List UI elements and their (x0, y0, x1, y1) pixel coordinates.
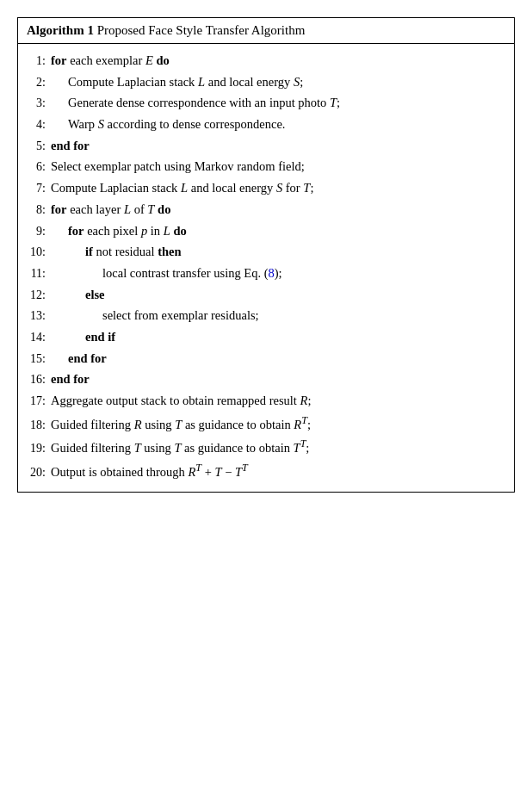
algo-line: 10:if not residual then (27, 242, 505, 262)
line-content: end for (51, 369, 505, 388)
line-content: end if (51, 327, 505, 346)
line-content: for each layer L of T do (51, 200, 505, 219)
algo-line: 16:end for (27, 369, 505, 389)
line-content: Guided filtering R using T as guidance t… (51, 412, 505, 434)
algorithm-box: Algorithm 1 Proposed Face Style Transfer… (17, 17, 515, 493)
line-content: Guided filtering T using T as guidance t… (51, 436, 505, 457)
algo-line: 15:end for (27, 349, 505, 369)
algo-line: 14:end if (27, 327, 505, 347)
line-number: 7: (27, 179, 51, 198)
algo-line: 1:for each exemplar E do (27, 51, 505, 71)
algo-line: 11:local contrast transfer using Eq. (8)… (27, 264, 505, 283)
algo-line: 17:Aggregate output stack to obtain rema… (27, 391, 505, 411)
line-number: 11: (27, 264, 51, 283)
algorithm-title: Algorithm 1 Proposed Face Style Transfer… (27, 23, 305, 37)
algo-title-text: Proposed Face Style Transfer Algorithm (97, 23, 306, 37)
algo-line: 3:Generate dense correspondence with an … (27, 93, 505, 113)
line-number: 16: (27, 370, 51, 389)
line-number: 17: (27, 392, 51, 411)
algorithm-body: 1:for each exemplar E do2:Compute Laplac… (18, 44, 514, 492)
algo-line: 20:Output is obtained through RT + T − T… (27, 460, 505, 482)
line-content: Compute Laplacian stack L and local ener… (51, 178, 505, 197)
algo-label: Algorithm 1 (27, 23, 94, 37)
line-content: Generate dense correspondence with an in… (51, 93, 505, 112)
algo-line: 13:select from exemplar residuals; (27, 306, 505, 326)
line-content: else (51, 285, 505, 304)
line-number: 8: (27, 201, 51, 220)
line-content: end for (51, 136, 505, 155)
line-number: 12: (27, 286, 51, 305)
algo-line: 6:Select exemplar patch using Markov ran… (27, 157, 505, 177)
line-number: 10: (27, 243, 51, 262)
line-number: 5: (27, 137, 51, 156)
line-number: 4: (27, 115, 51, 134)
line-content: Select exemplar patch using Markov rando… (51, 157, 505, 176)
line-number: 20: (27, 463, 51, 482)
line-number: 6: (27, 158, 51, 177)
line-number: 19: (27, 439, 51, 458)
algo-line: 7:Compute Laplacian stack L and local en… (27, 178, 505, 198)
line-content: Warp S according to dense correspondence… (51, 115, 505, 133)
line-number: 13: (27, 307, 51, 326)
algo-line: 18:Guided filtering R using T as guidanc… (27, 412, 505, 435)
line-content: local contrast transfer using Eq. (8); (51, 264, 505, 282)
line-content: Aggregate output stack to obtain remappe… (51, 391, 505, 410)
line-number: 15: (27, 350, 51, 369)
line-content: for each exemplar E do (51, 51, 505, 70)
algo-line: 19:Guided filtering T using T as guidanc… (27, 436, 505, 458)
algo-line: 8:for each layer L of T do (27, 200, 505, 220)
line-content: if not residual then (51, 242, 505, 261)
line-number: 14: (27, 328, 51, 347)
algo-line: 2:Compute Laplacian stack L and local en… (27, 72, 505, 92)
line-content: select from exemplar residuals; (51, 306, 505, 325)
line-number: 18: (27, 416, 51, 435)
algo-line: 5:end for (27, 136, 505, 156)
line-number: 1: (27, 52, 51, 71)
algorithm-header: Algorithm 1 Proposed Face Style Transfer… (18, 18, 514, 44)
line-number: 3: (27, 94, 51, 113)
algo-line: 9:for each pixel p in L do (27, 221, 505, 241)
line-content: Compute Laplacian stack L and local ener… (51, 72, 505, 91)
line-number: 2: (27, 73, 51, 92)
line-number: 9: (27, 222, 51, 241)
line-content: for each pixel p in L do (51, 221, 505, 240)
algo-line: 12:else (27, 285, 505, 305)
algo-line: 4:Warp S according to dense corresponden… (27, 115, 505, 134)
line-content: end for (51, 349, 505, 368)
line-content: Output is obtained through RT + T − TT (51, 460, 505, 481)
